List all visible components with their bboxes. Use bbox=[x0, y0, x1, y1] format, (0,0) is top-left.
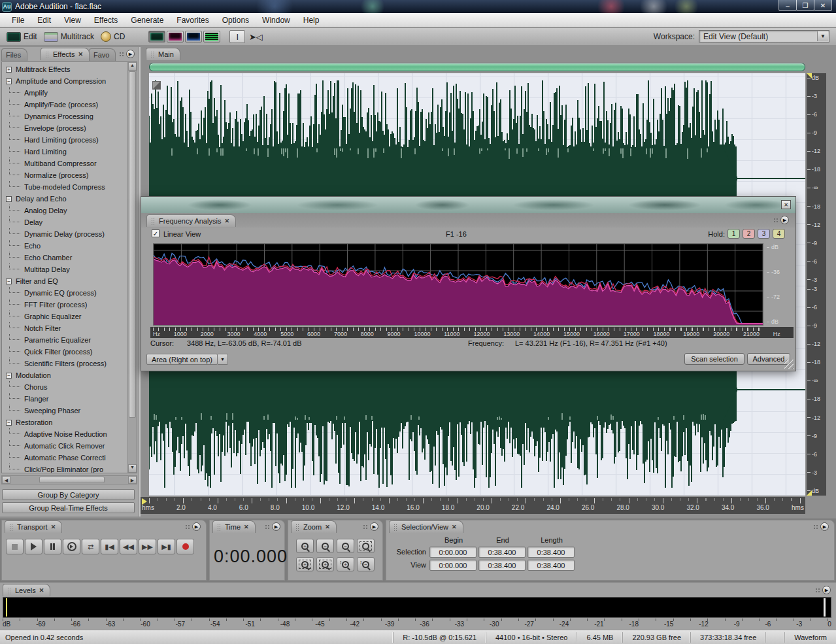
time-ruler[interactable]: hms2.04.06.08.010.012.014.016.018.020.02… bbox=[141, 497, 805, 514]
menu-item[interactable]: Generate bbox=[124, 14, 170, 26]
tree-item[interactable]: Adaptive Noise Reduction bbox=[2, 428, 128, 440]
panel-menu-button[interactable]: ▶ bbox=[815, 586, 831, 594]
tree-item[interactable]: Flanger bbox=[2, 393, 128, 405]
tree-item[interactable]: − Filter and EQ bbox=[2, 275, 128, 287]
tree-item[interactable]: Analog Delay bbox=[2, 205, 128, 216]
tree-item[interactable]: Sweeping Phaser bbox=[2, 405, 128, 416]
restore-button[interactable]: ❐ bbox=[796, 0, 814, 11]
zoom-out-vertical-button[interactable]: ↕− bbox=[357, 557, 375, 571]
tab-effects[interactable]: Effects ✕ bbox=[41, 48, 90, 60]
tab-favorites[interactable]: Favo bbox=[89, 48, 116, 61]
resize-grip-icon[interactable] bbox=[784, 360, 794, 369]
tree-vertical-scrollbar[interactable]: ▲ ▼ bbox=[127, 62, 137, 473]
menu-item[interactable]: File bbox=[5, 14, 31, 26]
view-range-bar[interactable] bbox=[149, 63, 805, 71]
tree-expander-icon[interactable]: − bbox=[6, 279, 12, 284]
hold-3-button[interactable]: 3 bbox=[758, 229, 770, 239]
scroll-down-icon[interactable]: ▼ bbox=[128, 464, 137, 473]
tree-item[interactable]: − Delay and Echo bbox=[2, 193, 128, 205]
panel-menu-button[interactable]: ▶ bbox=[119, 50, 135, 58]
phase-display-button[interactable] bbox=[203, 31, 220, 42]
stop-button[interactable] bbox=[6, 539, 24, 554]
tab-frequency-analysis[interactable]: Frequency Analysis ✕ bbox=[146, 214, 236, 227]
close-tab-icon[interactable]: ✕ bbox=[78, 51, 83, 58]
scan-selection-button[interactable]: Scan selection bbox=[684, 353, 744, 365]
scrollbar-thumb[interactable] bbox=[129, 71, 136, 418]
waveform-display-button[interactable] bbox=[148, 31, 165, 42]
go-to-beginning-button[interactable]: ▮◀ bbox=[101, 539, 118, 554]
tree-item[interactable]: Notch Filter bbox=[2, 322, 128, 334]
tab-transport[interactable]: Transport ✕ bbox=[5, 520, 62, 533]
menu-item[interactable]: View bbox=[58, 14, 88, 26]
record-button[interactable] bbox=[176, 539, 194, 554]
frequency-plot[interactable] bbox=[153, 243, 763, 326]
tree-expander-icon[interactable]: − bbox=[6, 420, 12, 426]
play-from-cursor-button[interactable] bbox=[63, 539, 80, 554]
scroll-left-icon[interactable]: ◀ bbox=[2, 476, 10, 484]
pause-button[interactable] bbox=[44, 539, 61, 554]
tab-main[interactable]: Main bbox=[146, 48, 180, 60]
hold-4-button[interactable]: 4 bbox=[773, 229, 785, 239]
scroll-right-icon[interactable]: ▶ bbox=[128, 476, 137, 484]
multitrack-view-button[interactable]: Multitrack bbox=[44, 32, 94, 42]
tree-item[interactable]: − Restoration bbox=[2, 416, 128, 428]
tree-item[interactable]: Multiband Compressor bbox=[2, 158, 128, 169]
close-tab-icon[interactable]: ✕ bbox=[452, 524, 457, 530]
selection-begin-field[interactable]: 0:00.000 bbox=[429, 547, 477, 558]
panel-menu-button[interactable]: ▶ bbox=[185, 522, 201, 531]
zoom-in-button[interactable]: + bbox=[296, 539, 314, 553]
tree-item[interactable]: Envelope (process) bbox=[2, 122, 128, 134]
tree-item[interactable]: Dynamic Delay (process) bbox=[2, 228, 128, 240]
amplitude-ruler[interactable]: dB-3-6-9-12-18-∞-18-12-9-6-3 -3-6-9-12-1… bbox=[807, 73, 826, 496]
menu-item[interactable]: Help bbox=[297, 14, 326, 26]
play-button[interactable] bbox=[25, 539, 42, 554]
frequency-analysis-window[interactable]: ✕ Frequency Analysis ✕ ▶ ✓ Linear View F… bbox=[141, 196, 796, 371]
tree-expander-icon[interactable]: − bbox=[6, 78, 12, 84]
tab-levels[interactable]: Levels ✕ bbox=[3, 584, 50, 596]
view-begin-field[interactable]: 0:00.000 bbox=[429, 560, 477, 571]
tree-item[interactable]: − Modulation bbox=[2, 369, 128, 381]
cd-view-button[interactable]: CD bbox=[101, 31, 125, 42]
scrub-tool-button[interactable]: ➤◁ bbox=[248, 30, 263, 43]
zoom-in-vertical-button[interactable]: ↕+ bbox=[337, 557, 354, 571]
pan-display-button[interactable] bbox=[185, 31, 202, 42]
selection-marker-icon[interactable] bbox=[142, 498, 147, 505]
tree-expander-icon[interactable]: − bbox=[6, 373, 12, 379]
play-looped-button[interactable]: ⇄ bbox=[82, 539, 99, 554]
tree-item[interactable]: Parametric Equalizer bbox=[2, 334, 128, 346]
fast-forward-button[interactable]: ▶▶ bbox=[139, 539, 156, 554]
hold-2-button[interactable]: 2 bbox=[743, 229, 755, 239]
time-selection-tool-button[interactable]: I bbox=[229, 30, 245, 43]
tree-item[interactable]: Amplify/Fade (process) bbox=[2, 99, 128, 110]
level-meter[interactable] bbox=[3, 597, 831, 618]
close-tab-icon[interactable]: ✕ bbox=[51, 524, 56, 530]
close-tab-icon[interactable]: ✕ bbox=[39, 587, 44, 594]
tree-item[interactable]: Normalize (process) bbox=[2, 169, 128, 181]
tree-item[interactable]: Multitap Delay bbox=[2, 263, 128, 275]
tab-zoom[interactable]: Zoom ✕ bbox=[291, 520, 337, 533]
tab-files[interactable]: Files bbox=[1, 48, 27, 61]
view-end-field[interactable]: 0:38.400 bbox=[478, 560, 526, 571]
tree-item[interactable]: Tube-modeled Compress bbox=[2, 181, 128, 193]
tree-item[interactable]: FFT Filter (process) bbox=[2, 299, 128, 311]
tree-item[interactable]: Quick Filter (process) bbox=[2, 346, 128, 358]
menu-item[interactable]: Favorites bbox=[170, 14, 215, 26]
tree-item[interactable]: Click/Pop Eliminator (pro bbox=[2, 464, 128, 473]
zoom-out-full-button[interactable]: − bbox=[337, 539, 354, 553]
tree-item[interactable]: Delay bbox=[2, 216, 128, 228]
selection-length-field[interactable]: 0:38.400 bbox=[527, 547, 575, 558]
selection-end-field[interactable]: 0:38.400 bbox=[478, 547, 526, 558]
tree-item[interactable]: + Multitrack Effects bbox=[2, 63, 128, 75]
tree-item[interactable]: Hard Limiting bbox=[2, 146, 128, 158]
display-mode-dropdown[interactable]: Area (Right on top) ▼ bbox=[146, 354, 228, 365]
group-realtime-effects-button[interactable]: Group Real-Time Effects bbox=[2, 502, 135, 513]
close-button[interactable]: ✕ bbox=[814, 0, 832, 11]
title-bar[interactable]: Au Adobe Audition - flac.flac – ❐ ✕ bbox=[0, 0, 836, 13]
tree-expander-icon[interactable]: − bbox=[6, 196, 12, 202]
panel-menu-button[interactable]: ▶ bbox=[773, 216, 789, 224]
zoom-to-selection-button[interactable] bbox=[357, 539, 375, 553]
tree-horizontal-scrollbar[interactable]: ◀ ▶ bbox=[1, 475, 137, 484]
close-icon[interactable]: ✕ bbox=[781, 200, 791, 209]
menu-item[interactable]: Window bbox=[256, 14, 297, 26]
linear-view-checkbox[interactable]: ✓ bbox=[152, 229, 159, 237]
